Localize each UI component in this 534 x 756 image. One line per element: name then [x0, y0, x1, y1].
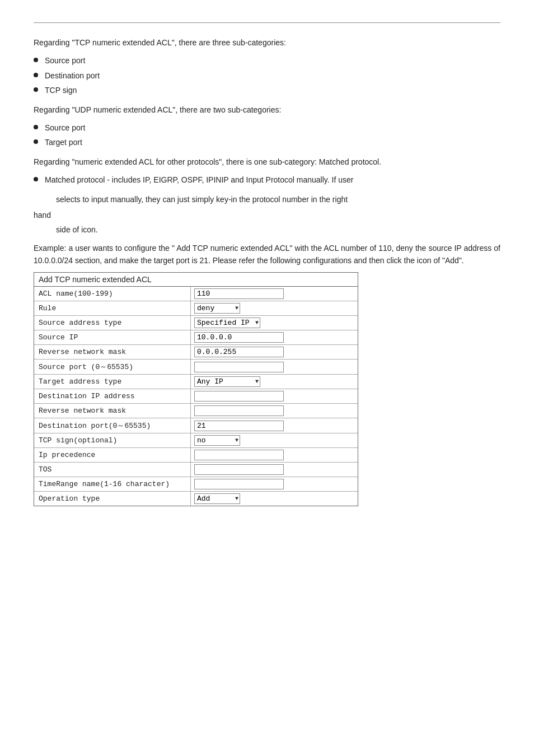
top-divider [34, 22, 500, 23]
form-row-dest-ip: Destination IP address [34, 389, 358, 404]
source-ip-value [191, 330, 358, 344]
timerange-input[interactable] [194, 479, 284, 489]
ip-precedence-input[interactable] [194, 450, 284, 460]
matched-protocol-list: Matched protocol - includes IP, EIGRP, O… [34, 174, 500, 186]
rule-select[interactable]: deny permit [195, 304, 240, 313]
source-address-type-label: Source address type [34, 316, 191, 330]
source-port-input[interactable] [194, 362, 284, 372]
form-row-source-ip: Source IP [34, 330, 358, 345]
side-of-icon-text: side of icon. [56, 223, 500, 236]
form-row-tos: TOS [34, 463, 358, 477]
tcp-intro-paragraph: Regarding "TCP numeric extended ACL", th… [34, 36, 500, 49]
form-row-target-address-type: Target address type Any IP Specified IP … [34, 375, 358, 389]
form-row-acl-name: ACL name(100-199) [34, 287, 358, 301]
tos-input[interactable] [194, 464, 284, 475]
tos-label: TOS [34, 463, 191, 477]
target-address-type-value: Any IP Specified IP ▼ [191, 375, 358, 389]
source-ip-input[interactable] [194, 332, 284, 343]
udp-bullet-2-text: Target port [45, 136, 82, 148]
dest-port-input[interactable] [194, 421, 284, 431]
bullet-dot [34, 177, 38, 181]
source-port-value [191, 360, 358, 374]
form-row-reverse-mask-dest: Reverse network mask [34, 404, 358, 418]
bullet-dot [34, 58, 38, 62]
tcp-sign-label: TCP sign(optional) [34, 433, 191, 447]
reverse-mask-dest-label: Reverse network mask [34, 404, 191, 418]
udp-bullet-2: Target port [34, 136, 500, 148]
tcp-bullet-3-text: TCP sign [45, 84, 77, 96]
bullet-dot [34, 73, 38, 77]
form-row-ip-precedence: Ip precedence [34, 448, 358, 463]
reverse-mask-source-label: Reverse network mask [34, 345, 191, 359]
tcp-sign-select[interactable]: no yes [195, 436, 240, 445]
form-row-reverse-mask-source: Reverse network mask [34, 345, 358, 360]
bullet-dot [34, 139, 38, 144]
timerange-value [191, 477, 358, 491]
tcp-bullet-1: Source port [34, 54, 500, 67]
ip-precedence-label: Ip precedence [34, 448, 191, 462]
target-address-type-select[interactable]: Any IP Specified IP [195, 377, 260, 386]
matched-protocol-bullet: Matched protocol - includes IP, EIGRP, O… [34, 174, 500, 186]
dest-ip-value [191, 389, 358, 403]
reverse-mask-dest-input[interactable] [194, 405, 284, 416]
form-row-rule: Rule deny permit ▼ [34, 301, 358, 316]
tcp-sign-value: no yes ▼ [191, 433, 358, 447]
target-address-type-select-wrapper[interactable]: Any IP Specified IP ▼ [194, 376, 260, 387]
tcp-sign-select-wrapper[interactable]: no yes ▼ [194, 435, 240, 446]
example-paragraph: Example: a user wants to configure the "… [34, 242, 500, 267]
tos-value [191, 463, 358, 477]
indent-selects-text: selects to input manually, they can just… [56, 193, 500, 206]
udp-bullet-list: Source port Target port [34, 122, 500, 149]
tcp-bullet-3: TCP sign [34, 84, 500, 96]
matched-protocol-text: Matched protocol - includes IP, EIGRP, O… [45, 175, 353, 184]
form-row-operation-type: Operation type Add Delete ▼ [34, 492, 358, 506]
rule-select-wrapper[interactable]: deny permit ▼ [194, 303, 240, 314]
udp-intro-paragraph: Regarding "UDP numeric extended ACL", th… [34, 104, 500, 116]
timerange-label: TimeRange name(1-16 character) [34, 477, 191, 491]
operation-type-value: Add Delete ▼ [191, 492, 358, 506]
ip-precedence-value [191, 448, 358, 462]
dest-port-label: Destination port(0～65535) [34, 418, 191, 433]
hand-text: hand [34, 209, 500, 221]
udp-bullet-1-text: Source port [45, 122, 85, 134]
form-row-dest-port: Destination port(0～65535) [34, 418, 358, 433]
tcp-bullet-2-text: Destination port [45, 69, 100, 82]
dest-ip-label: Destination IP address [34, 389, 191, 403]
operation-type-select[interactable]: Add Delete [195, 494, 240, 503]
rule-value: deny permit ▼ [191, 301, 358, 315]
source-ip-label: Source IP [34, 330, 191, 344]
bullet-dot [34, 87, 38, 92]
source-port-label: Source port (0～65535) [34, 360, 191, 374]
operation-type-select-wrapper[interactable]: Add Delete ▼ [194, 493, 240, 504]
acl-name-input[interactable] [194, 288, 284, 299]
reverse-mask-source-input[interactable] [194, 347, 284, 357]
form-row-tcp-sign: TCP sign(optional) no yes ▼ [34, 433, 358, 448]
tcp-bullet-1-text: Source port [45, 54, 85, 67]
source-address-type-select-wrapper[interactable]: Specified IP Any IP ▼ [194, 318, 260, 328]
form-title: Add TCP numeric extended ACL [34, 273, 358, 287]
udp-bullet-1: Source port [34, 122, 500, 134]
form-row-source-port: Source port (0～65535) [34, 360, 358, 375]
acl-name-value [191, 287, 358, 301]
form-row-timerange: TimeRange name(1-16 character) [34, 477, 358, 492]
rule-label: Rule [34, 301, 191, 315]
reverse-mask-dest-value [191, 404, 358, 418]
acl-name-label: ACL name(100-199) [34, 287, 191, 301]
add-tcp-form: Add TCP numeric extended ACL ACL name(10… [34, 272, 358, 506]
bullet-dot [34, 125, 38, 129]
tcp-bullet-list: Source port Destination port TCP sign [34, 54, 500, 96]
form-row-source-address-type: Source address type Specified IP Any IP … [34, 316, 358, 330]
source-address-type-select[interactable]: Specified IP Any IP [195, 318, 260, 328]
operation-type-label: Operation type [34, 492, 191, 506]
source-address-type-value: Specified IP Any IP ▼ [191, 316, 358, 330]
dest-ip-input[interactable] [194, 391, 284, 402]
reverse-mask-source-value [191, 345, 358, 359]
target-address-type-label: Target address type [34, 375, 191, 389]
tcp-bullet-2: Destination port [34, 69, 500, 82]
other-intro-paragraph: Regarding "numeric extended ACL for othe… [34, 156, 500, 168]
dest-port-value [191, 418, 358, 433]
